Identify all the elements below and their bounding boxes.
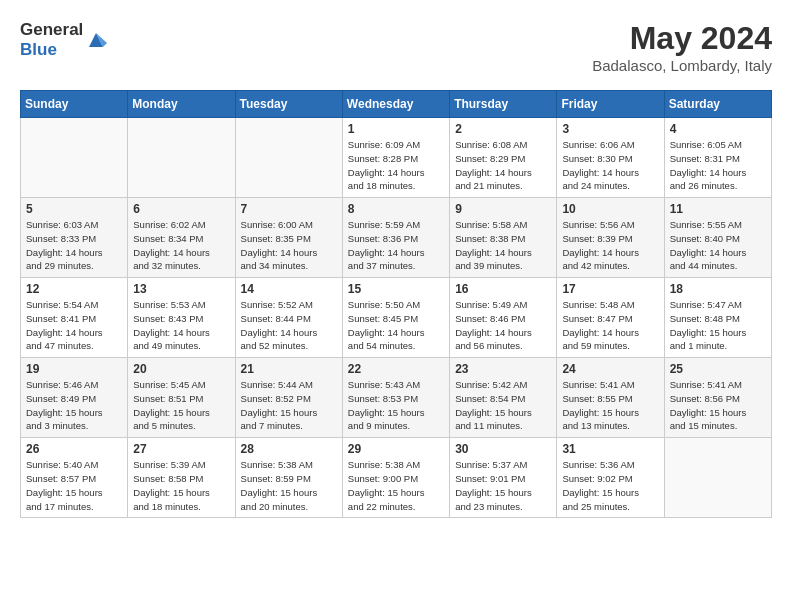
day-number: 24	[562, 362, 658, 376]
calendar-cell: 11Sunrise: 5:55 AM Sunset: 8:40 PM Dayli…	[664, 198, 771, 278]
column-header-sunday: Sunday	[21, 91, 128, 118]
day-number: 30	[455, 442, 551, 456]
day-number: 28	[241, 442, 337, 456]
day-info: Sunrise: 5:40 AM Sunset: 8:57 PM Dayligh…	[26, 458, 122, 513]
calendar-cell: 28Sunrise: 5:38 AM Sunset: 8:59 PM Dayli…	[235, 438, 342, 518]
calendar-cell: 18Sunrise: 5:47 AM Sunset: 8:48 PM Dayli…	[664, 278, 771, 358]
calendar-cell: 23Sunrise: 5:42 AM Sunset: 8:54 PM Dayli…	[450, 358, 557, 438]
day-info: Sunrise: 5:55 AM Sunset: 8:40 PM Dayligh…	[670, 218, 766, 273]
location: Badalasco, Lombardy, Italy	[592, 57, 772, 74]
column-header-saturday: Saturday	[664, 91, 771, 118]
calendar-cell: 9Sunrise: 5:58 AM Sunset: 8:38 PM Daylig…	[450, 198, 557, 278]
day-number: 2	[455, 122, 551, 136]
calendar-cell: 30Sunrise: 5:37 AM Sunset: 9:01 PM Dayli…	[450, 438, 557, 518]
week-row-4: 19Sunrise: 5:46 AM Sunset: 8:49 PM Dayli…	[21, 358, 772, 438]
day-info: Sunrise: 5:45 AM Sunset: 8:51 PM Dayligh…	[133, 378, 229, 433]
header-row: SundayMondayTuesdayWednesdayThursdayFrid…	[21, 91, 772, 118]
page-header: General Blue May 2024 Badalasco, Lombard…	[20, 20, 772, 74]
day-info: Sunrise: 5:41 AM Sunset: 8:55 PM Dayligh…	[562, 378, 658, 433]
day-number: 9	[455, 202, 551, 216]
day-number: 26	[26, 442, 122, 456]
day-info: Sunrise: 6:00 AM Sunset: 8:35 PM Dayligh…	[241, 218, 337, 273]
week-row-5: 26Sunrise: 5:40 AM Sunset: 8:57 PM Dayli…	[21, 438, 772, 518]
calendar-cell: 1Sunrise: 6:09 AM Sunset: 8:28 PM Daylig…	[342, 118, 449, 198]
day-number: 3	[562, 122, 658, 136]
calendar-cell: 5Sunrise: 6:03 AM Sunset: 8:33 PM Daylig…	[21, 198, 128, 278]
calendar-table: SundayMondayTuesdayWednesdayThursdayFrid…	[20, 90, 772, 518]
day-info: Sunrise: 6:06 AM Sunset: 8:30 PM Dayligh…	[562, 138, 658, 193]
calendar-cell: 8Sunrise: 5:59 AM Sunset: 8:36 PM Daylig…	[342, 198, 449, 278]
calendar-cell: 14Sunrise: 5:52 AM Sunset: 8:44 PM Dayli…	[235, 278, 342, 358]
day-info: Sunrise: 6:03 AM Sunset: 8:33 PM Dayligh…	[26, 218, 122, 273]
day-info: Sunrise: 5:59 AM Sunset: 8:36 PM Dayligh…	[348, 218, 444, 273]
calendar-cell: 6Sunrise: 6:02 AM Sunset: 8:34 PM Daylig…	[128, 198, 235, 278]
day-number: 12	[26, 282, 122, 296]
column-header-friday: Friday	[557, 91, 664, 118]
day-number: 11	[670, 202, 766, 216]
day-number: 5	[26, 202, 122, 216]
day-number: 7	[241, 202, 337, 216]
day-info: Sunrise: 6:08 AM Sunset: 8:29 PM Dayligh…	[455, 138, 551, 193]
day-info: Sunrise: 5:42 AM Sunset: 8:54 PM Dayligh…	[455, 378, 551, 433]
day-number: 25	[670, 362, 766, 376]
calendar-cell: 27Sunrise: 5:39 AM Sunset: 8:58 PM Dayli…	[128, 438, 235, 518]
day-number: 14	[241, 282, 337, 296]
month-title: May 2024	[592, 20, 772, 57]
calendar-cell: 12Sunrise: 5:54 AM Sunset: 8:41 PM Dayli…	[21, 278, 128, 358]
day-info: Sunrise: 6:09 AM Sunset: 8:28 PM Dayligh…	[348, 138, 444, 193]
calendar-cell: 16Sunrise: 5:49 AM Sunset: 8:46 PM Dayli…	[450, 278, 557, 358]
day-info: Sunrise: 5:48 AM Sunset: 8:47 PM Dayligh…	[562, 298, 658, 353]
calendar-cell	[21, 118, 128, 198]
day-info: Sunrise: 5:38 AM Sunset: 8:59 PM Dayligh…	[241, 458, 337, 513]
day-info: Sunrise: 5:41 AM Sunset: 8:56 PM Dayligh…	[670, 378, 766, 433]
calendar-cell	[235, 118, 342, 198]
column-header-thursday: Thursday	[450, 91, 557, 118]
day-info: Sunrise: 5:56 AM Sunset: 8:39 PM Dayligh…	[562, 218, 658, 273]
day-number: 29	[348, 442, 444, 456]
calendar-cell	[128, 118, 235, 198]
calendar-cell: 31Sunrise: 5:36 AM Sunset: 9:02 PM Dayli…	[557, 438, 664, 518]
day-number: 27	[133, 442, 229, 456]
day-info: Sunrise: 6:02 AM Sunset: 8:34 PM Dayligh…	[133, 218, 229, 273]
calendar-cell: 19Sunrise: 5:46 AM Sunset: 8:49 PM Dayli…	[21, 358, 128, 438]
day-info: Sunrise: 5:39 AM Sunset: 8:58 PM Dayligh…	[133, 458, 229, 513]
day-number: 18	[670, 282, 766, 296]
logo: General Blue	[20, 20, 107, 60]
day-info: Sunrise: 5:36 AM Sunset: 9:02 PM Dayligh…	[562, 458, 658, 513]
day-info: Sunrise: 5:53 AM Sunset: 8:43 PM Dayligh…	[133, 298, 229, 353]
day-number: 1	[348, 122, 444, 136]
logo-icon	[85, 29, 107, 51]
day-info: Sunrise: 5:47 AM Sunset: 8:48 PM Dayligh…	[670, 298, 766, 353]
day-info: Sunrise: 5:58 AM Sunset: 8:38 PM Dayligh…	[455, 218, 551, 273]
calendar-cell: 20Sunrise: 5:45 AM Sunset: 8:51 PM Dayli…	[128, 358, 235, 438]
day-number: 17	[562, 282, 658, 296]
day-info: Sunrise: 5:49 AM Sunset: 8:46 PM Dayligh…	[455, 298, 551, 353]
title-block: May 2024 Badalasco, Lombardy, Italy	[592, 20, 772, 74]
day-number: 4	[670, 122, 766, 136]
calendar-cell: 13Sunrise: 5:53 AM Sunset: 8:43 PM Dayli…	[128, 278, 235, 358]
day-number: 6	[133, 202, 229, 216]
logo-general: General	[20, 20, 83, 39]
calendar-cell: 21Sunrise: 5:44 AM Sunset: 8:52 PM Dayli…	[235, 358, 342, 438]
day-info: Sunrise: 5:37 AM Sunset: 9:01 PM Dayligh…	[455, 458, 551, 513]
day-info: Sunrise: 5:52 AM Sunset: 8:44 PM Dayligh…	[241, 298, 337, 353]
week-row-2: 5Sunrise: 6:03 AM Sunset: 8:33 PM Daylig…	[21, 198, 772, 278]
day-number: 23	[455, 362, 551, 376]
day-number: 8	[348, 202, 444, 216]
week-row-1: 1Sunrise: 6:09 AM Sunset: 8:28 PM Daylig…	[21, 118, 772, 198]
calendar-cell: 4Sunrise: 6:05 AM Sunset: 8:31 PM Daylig…	[664, 118, 771, 198]
calendar-cell: 26Sunrise: 5:40 AM Sunset: 8:57 PM Dayli…	[21, 438, 128, 518]
calendar-cell: 10Sunrise: 5:56 AM Sunset: 8:39 PM Dayli…	[557, 198, 664, 278]
day-number: 13	[133, 282, 229, 296]
day-number: 15	[348, 282, 444, 296]
day-number: 10	[562, 202, 658, 216]
day-number: 20	[133, 362, 229, 376]
calendar-cell: 2Sunrise: 6:08 AM Sunset: 8:29 PM Daylig…	[450, 118, 557, 198]
calendar-cell: 7Sunrise: 6:00 AM Sunset: 8:35 PM Daylig…	[235, 198, 342, 278]
day-info: Sunrise: 5:43 AM Sunset: 8:53 PM Dayligh…	[348, 378, 444, 433]
day-number: 21	[241, 362, 337, 376]
calendar-cell: 29Sunrise: 5:38 AM Sunset: 9:00 PM Dayli…	[342, 438, 449, 518]
column-header-monday: Monday	[128, 91, 235, 118]
calendar-cell: 24Sunrise: 5:41 AM Sunset: 8:55 PM Dayli…	[557, 358, 664, 438]
week-row-3: 12Sunrise: 5:54 AM Sunset: 8:41 PM Dayli…	[21, 278, 772, 358]
